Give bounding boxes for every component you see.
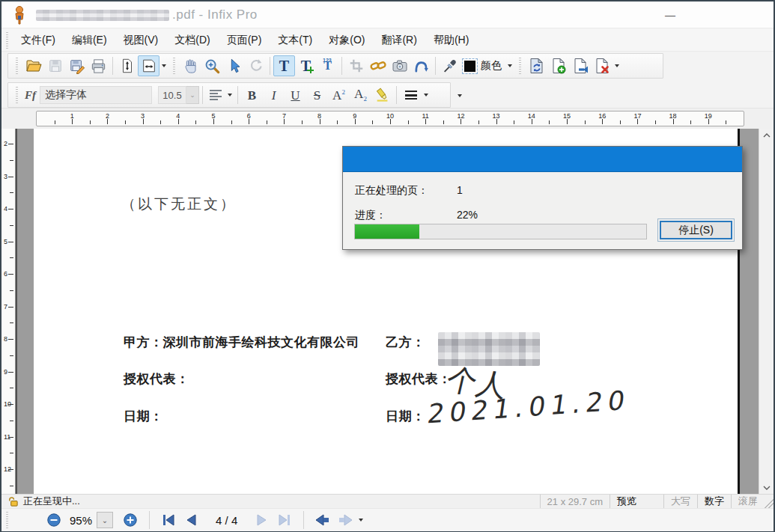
- menu-text[interactable]: 文本(T): [270, 31, 320, 50]
- zoom-in-button[interactable]: [119, 511, 142, 529]
- text-format-toolbar: Ff 选择字体 10.5 ⌄ B I U S A2: [1, 81, 774, 108]
- select-tool-button[interactable]: [223, 55, 245, 76]
- reflow-page-button[interactable]: [526, 55, 547, 76]
- main-toolbar-panel: T T 123 T: [7, 53, 663, 79]
- view-forward-button[interactable]: [334, 511, 356, 529]
- menu-object[interactable]: 对象(O): [320, 31, 373, 50]
- eyedropper-button[interactable]: [439, 55, 461, 76]
- color-dropdown[interactable]: [508, 64, 512, 67]
- previous-page-button[interactable]: [180, 511, 202, 529]
- nav-dropdown[interactable]: [359, 519, 363, 522]
- highlight-button[interactable]: [371, 85, 393, 106]
- font-size-dropdown[interactable]: ⌄: [186, 86, 199, 104]
- last-page-icon: [276, 513, 293, 527]
- curve-tool-button[interactable]: [410, 55, 432, 76]
- view-back-button[interactable]: [311, 511, 334, 529]
- zoom-out-button[interactable]: [43, 511, 65, 529]
- menu-help[interactable]: 帮助(H): [425, 31, 477, 50]
- bold-glyph: B: [248, 89, 256, 102]
- scroll-down-button[interactable]: [759, 481, 774, 494]
- underline-button[interactable]: U: [285, 85, 306, 106]
- toolbar-grip[interactable]: [6, 512, 8, 528]
- processing-page-label: 正在处理的页：: [355, 184, 428, 198]
- extract-page-button[interactable]: [569, 55, 591, 76]
- chain-link-icon: [369, 57, 387, 75]
- zoom-mode-dropdown[interactable]: [162, 64, 166, 67]
- separator: [341, 57, 342, 75]
- italic-button[interactable]: I: [263, 85, 285, 106]
- menu-view[interactable]: 视图(V): [115, 31, 167, 50]
- menu-page[interactable]: 页面(P): [219, 31, 270, 50]
- page-refresh-icon: [528, 57, 546, 75]
- color-picker-button[interactable]: 颜色: [461, 55, 505, 76]
- stop-button[interactable]: 停止(S): [660, 221, 732, 239]
- preview-toggle[interactable]: 预览: [610, 495, 663, 508]
- toolbar-grip[interactable]: [173, 58, 175, 74]
- next-page-button[interactable]: [251, 511, 273, 529]
- text-tool-glyph: T: [279, 58, 289, 73]
- first-page-button[interactable]: [157, 511, 180, 529]
- strikethrough-button[interactable]: S: [306, 85, 328, 106]
- snapshot-button[interactable]: [389, 55, 410, 76]
- num-lock-indicator: 数字: [697, 495, 731, 508]
- fit-page-height-button[interactable]: [116, 55, 138, 76]
- menubar-grip[interactable]: [6, 32, 8, 49]
- insert-page-button[interactable]: [547, 55, 569, 76]
- scroll-up-button[interactable]: [759, 129, 774, 141]
- toolbar-grip[interactable]: [16, 58, 18, 74]
- add-text-button[interactable]: T: [295, 55, 317, 76]
- separator: [435, 57, 436, 75]
- font-name-input[interactable]: 选择字体: [40, 86, 152, 104]
- line-weight-dropdown[interactable]: [424, 94, 428, 97]
- text-tool-button[interactable]: T: [273, 55, 295, 76]
- delete-page-button[interactable]: [591, 55, 613, 76]
- fit-page-width-button[interactable]: [138, 55, 159, 76]
- ruler-row: 12345678910111213141516171819: [1, 108, 774, 129]
- open-file-button[interactable]: [22, 55, 44, 76]
- bold-button[interactable]: B: [241, 85, 263, 106]
- toolbar-grip[interactable]: [519, 58, 521, 74]
- text-numbering-button[interactable]: 123 T: [317, 55, 338, 76]
- sup-letter: A: [332, 88, 341, 103]
- doc-rep-a: 授权代表：: [124, 370, 189, 388]
- line-weight-button[interactable]: [400, 85, 422, 106]
- status-cells: 21 x 29.7 cm 预览 大写 数字 滚屏: [540, 495, 774, 508]
- save-as-icon: [69, 58, 85, 74]
- first-page-icon: [160, 513, 177, 527]
- zoom-level-dropdown[interactable]: ⌄: [97, 512, 113, 528]
- doc-rep-b: 授权代表：: [386, 370, 452, 388]
- save-button[interactable]: [44, 55, 66, 76]
- separator: [270, 57, 270, 75]
- font-size-input[interactable]: 10.5: [158, 86, 186, 104]
- link-tool-button[interactable]: [367, 55, 389, 76]
- resize-grip[interactable]: [765, 495, 774, 508]
- rotate-tool-button[interactable]: [245, 55, 267, 76]
- document-title-redacted: [36, 10, 169, 21]
- minimize-button[interactable]: —: [659, 6, 681, 24]
- vertical-scrollbar[interactable]: [759, 129, 774, 494]
- page-delete-icon: [593, 57, 611, 75]
- print-button[interactable]: [88, 55, 109, 76]
- zoom-tool-button[interactable]: [201, 55, 223, 76]
- toolbar-overflow-dropdown[interactable]: [458, 94, 462, 97]
- superscript-button[interactable]: A2: [328, 85, 350, 106]
- menu-document[interactable]: 文档(D): [166, 31, 218, 50]
- fit-width-icon: [141, 58, 157, 74]
- v-ruler: 23456789101112: [1, 129, 16, 494]
- menu-edit[interactable]: 编辑(E): [64, 31, 115, 50]
- toolbar-grip[interactable]: [16, 87, 18, 103]
- crop-tool-button[interactable]: [345, 55, 367, 76]
- hand-icon: [182, 58, 199, 75]
- align-dropdown[interactable]: [228, 94, 232, 97]
- menu-translate[interactable]: 翻译(R): [373, 31, 425, 50]
- dialog-title-bar[interactable]: [343, 147, 742, 172]
- align-button[interactable]: [206, 85, 225, 106]
- pages-dropdown[interactable]: [615, 64, 619, 67]
- last-page-button[interactable]: [273, 511, 296, 529]
- main-toolbar: T T 123 T: [1, 52, 774, 81]
- hand-tool-button[interactable]: [180, 55, 201, 76]
- window-title: .pdf - Infix Pro: [172, 7, 258, 22]
- subscript-button[interactable]: A2: [350, 85, 371, 106]
- menu-file[interactable]: 文件(F): [13, 31, 64, 50]
- save-as-button[interactable]: [66, 55, 88, 76]
